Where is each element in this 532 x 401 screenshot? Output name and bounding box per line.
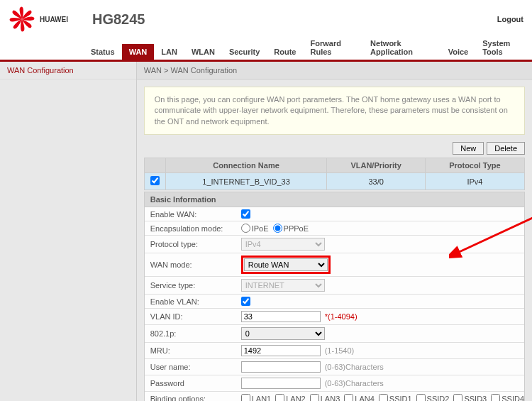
bind-ssid4-checkbox[interactable] — [491, 394, 500, 401]
vlan-id-input[interactable] — [241, 311, 321, 322]
bind-lan3-checkbox[interactable] — [310, 394, 319, 401]
label-8021p: 802.1p: — [145, 329, 241, 338]
label-password: Password — [145, 379, 241, 388]
connection-table: Connection Name VLAN/Priority Protocol T… — [144, 158, 525, 190]
logout-link[interactable]: Logout — [497, 15, 523, 23]
bind-ssid1-checkbox[interactable] — [379, 394, 388, 401]
nav-security[interactable]: Security — [222, 44, 267, 60]
protocol-select: IPv4 — [241, 238, 325, 251]
8021p-select[interactable]: 0 — [241, 327, 325, 340]
bind-lan1-checkbox[interactable] — [241, 394, 250, 401]
col-name: Connection Name — [165, 158, 327, 173]
nav-system-tools[interactable]: System Tools — [475, 35, 532, 60]
row-proto: IPv4 — [425, 173, 524, 190]
label-wan-mode: WAN mode: — [145, 260, 241, 269]
mru-input[interactable] — [241, 345, 321, 356]
main-nav: StatusWANLANWLANSecurityRouteForward Rul… — [0, 35, 532, 62]
label-enable-wan: Enable WAN: — [145, 210, 241, 219]
encaps-ipoe-radio[interactable] — [241, 224, 250, 233]
new-button[interactable]: New — [453, 142, 484, 155]
bind-lan4-checkbox[interactable] — [344, 394, 353, 401]
label-enable-vlan: Enable VLAN: — [145, 297, 241, 306]
username-input[interactable] — [241, 361, 321, 373]
nav-forward-rules[interactable]: Forward Rules — [304, 35, 364, 60]
nav-voice[interactable]: Voice — [441, 44, 476, 60]
wan-mode-highlight: Route WAN — [241, 256, 331, 274]
delete-button[interactable]: Delete — [487, 142, 525, 155]
table-row[interactable]: 1_INTERNET_B_VID_33 33/0 IPv4 — [144, 173, 524, 190]
section-basic: Basic Information — [144, 192, 525, 207]
sidebar-item-wan-config[interactable]: WAN Configuration — [0, 62, 136, 79]
label-vlan-id: VLAN ID: — [145, 312, 241, 321]
nav-network-application[interactable]: Network Application — [363, 35, 441, 60]
model-title: HG8245 — [92, 11, 497, 28]
nav-route[interactable]: Route — [267, 44, 303, 60]
label-proto: Protocol type: — [145, 240, 241, 248]
wan-form: Enable WAN: Encapsulation mode: IPoE PPP… — [144, 207, 525, 401]
wan-mode-select[interactable]: Route WAN — [244, 258, 328, 271]
huawei-logo: HUAWEI — [9, 6, 85, 33]
label-mru: MRU: — [145, 346, 241, 355]
nav-wan[interactable]: WAN — [122, 44, 155, 60]
huawei-flower-icon — [9, 6, 35, 33]
label-service: Service type: — [145, 281, 241, 290]
col-vlan: VLAN/Priority — [327, 158, 425, 173]
row-vlan: 33/0 — [327, 173, 425, 190]
col-check — [144, 158, 165, 173]
col-proto: Protocol Type — [425, 158, 524, 173]
label-encaps: Encapsulation mode: — [145, 224, 241, 233]
row-checkbox[interactable] — [150, 176, 160, 185]
breadcrumb: WAN > WAN Configuration — [137, 62, 532, 79]
nav-wlan[interactable]: WLAN — [184, 44, 222, 60]
info-message: On this page, you can configure WAN port… — [144, 87, 525, 135]
bind-ssid2-checkbox[interactable] — [416, 394, 426, 401]
label-binding: Binding options: — [145, 395, 241, 401]
nav-lan[interactable]: LAN — [154, 44, 184, 60]
encaps-pppoe-radio[interactable] — [273, 224, 282, 233]
brand-text: HUAWEI — [40, 16, 68, 23]
row-name: 1_INTERNET_B_VID_33 — [165, 173, 327, 190]
service-select: INTERNET — [241, 279, 325, 292]
sidebar: WAN Configuration — [0, 62, 137, 401]
enable-wan-checkbox[interactable] — [241, 209, 250, 219]
bind-lan2-checkbox[interactable] — [275, 394, 284, 401]
enable-vlan-checkbox[interactable] — [241, 297, 250, 306]
label-username: User name: — [145, 363, 241, 371]
password-input[interactable] — [241, 378, 321, 389]
bind-ssid3-checkbox[interactable] — [453, 394, 462, 401]
nav-status[interactable]: Status — [84, 44, 122, 60]
